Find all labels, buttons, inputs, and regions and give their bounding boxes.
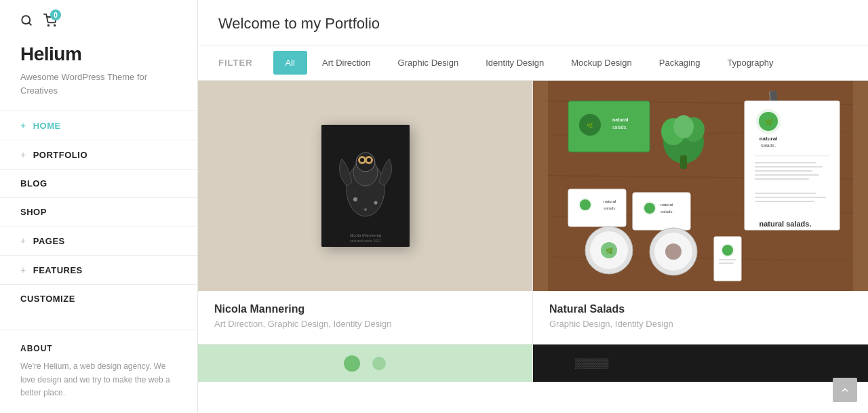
svg-point-3 xyxy=(54,25,56,26)
svg-text:natural: natural xyxy=(660,203,673,207)
svg-point-13 xyxy=(374,201,377,205)
main-header: Welcome to my Portfolio xyxy=(198,0,868,45)
svg-point-54 xyxy=(580,199,591,210)
svg-rect-44 xyxy=(755,197,826,198)
svg-rect-39 xyxy=(755,166,823,168)
svg-rect-52 xyxy=(568,189,626,227)
svg-text:salads.: salads. xyxy=(604,206,616,210)
search-icon[interactable] xyxy=(20,14,33,30)
portfolio-thumb-partial-1 xyxy=(198,345,532,382)
sidebar-item-label-customize: CUSTOMIZE xyxy=(20,294,75,304)
sidebar-item-portfolio[interactable]: + PORTFOLIO xyxy=(0,140,197,169)
sidebar-top-icons: 0 xyxy=(0,14,197,43)
cart-badge: 0 xyxy=(50,9,61,20)
filter-label: FILTER xyxy=(218,45,267,80)
svg-rect-40 xyxy=(755,170,812,172)
portfolio-item-partial-2[interactable]: ▒▒▒▒▒ xyxy=(533,345,868,382)
sidebar-item-features[interactable]: + FEATURES xyxy=(0,255,197,284)
filter-btn-all[interactable]: All xyxy=(273,51,307,75)
svg-text:natural: natural xyxy=(604,199,616,203)
svg-point-71 xyxy=(722,245,733,256)
svg-rect-74 xyxy=(332,350,399,377)
sidebar-logo: Helium xyxy=(0,43,197,71)
sidebar-item-customize[interactable]: CUSTOMIZE xyxy=(0,284,197,313)
filter-btn-graphic-design[interactable]: Graphic Design xyxy=(386,51,471,75)
svg-point-2 xyxy=(48,25,50,26)
sidebar-item-home[interactable]: + HOME xyxy=(0,111,197,140)
svg-text:natural salads.: natural salads. xyxy=(759,220,811,228)
sidebar-item-label-home: HOME xyxy=(33,121,61,131)
about-title: ABOUT xyxy=(20,344,177,353)
portfolio-thumb-nicola: Nicola Mannering selected works 2021 xyxy=(198,81,532,291)
portfolio-name-nicola: Nicola Mannering xyxy=(214,303,516,315)
svg-rect-37 xyxy=(755,155,829,157)
svg-rect-72 xyxy=(719,259,736,260)
svg-text:▒▒▒▒▒: ▒▒▒▒▒ xyxy=(575,357,609,369)
portfolio-thumb-natural-salads: 🌿 natural salads. 🌿 natural salads. xyxy=(533,81,868,291)
svg-rect-45 xyxy=(755,201,814,202)
sidebar-item-blog[interactable]: BLOG xyxy=(0,169,197,197)
portfolio-item-nicola[interactable]: Nicola Mannering selected works 2021 Nic… xyxy=(198,81,533,345)
svg-text:selected works 2021: selected works 2021 xyxy=(350,239,381,243)
plus-icon-features: + xyxy=(20,264,26,275)
chevron-up-icon xyxy=(840,385,850,395)
logo-text: Helium xyxy=(20,43,177,65)
sidebar-item-label-blog: BLOG xyxy=(20,178,47,189)
svg-point-12 xyxy=(353,197,357,201)
scroll-to-top-button[interactable] xyxy=(833,378,857,402)
sidebar-about: ABOUT We're Helium, a web design agency.… xyxy=(0,330,197,413)
filter-btn-packaging[interactable]: Packaging xyxy=(647,51,713,75)
svg-text:🌿: 🌿 xyxy=(606,247,614,255)
svg-point-11 xyxy=(367,158,371,162)
portfolio-grid: Nicola Mannering selected works 2021 Nic… xyxy=(198,81,868,382)
svg-rect-38 xyxy=(755,162,816,163)
svg-line-1 xyxy=(28,22,31,24)
portfolio-name-natural-salads: Natural Salads xyxy=(549,303,852,315)
svg-point-14 xyxy=(364,208,367,211)
portfolio-tags-natural-salads: Graphic Design, Identity Design xyxy=(549,319,852,329)
svg-point-50 xyxy=(673,115,694,138)
svg-text:salads.: salads. xyxy=(660,210,673,214)
sidebar-item-shop[interactable]: SHOP xyxy=(0,197,197,226)
sidebar-item-label-features: FEATURES xyxy=(33,265,83,275)
about-text: We're Helium, a web design agency. We lo… xyxy=(20,360,177,399)
sidebar-item-label-shop: SHOP xyxy=(20,207,47,217)
portfolio-item-partial-1[interactable] xyxy=(198,345,533,382)
plus-icon-pages: + xyxy=(20,235,26,246)
svg-text:natural: natural xyxy=(612,117,628,122)
svg-point-76 xyxy=(372,357,386,370)
svg-rect-69 xyxy=(714,237,741,281)
svg-text:salads.: salads. xyxy=(761,143,776,148)
portfolio-info-natural-salads: Natural Salads Graphic Design, Identity … xyxy=(533,291,868,344)
cart-icon[interactable]: 0 xyxy=(43,14,57,30)
main-content: Welcome to my Portfolio FILTER All Art D… xyxy=(198,0,868,413)
svg-text:Nicola Mannering: Nicola Mannering xyxy=(349,233,381,237)
svg-point-75 xyxy=(344,355,360,372)
svg-rect-73 xyxy=(719,262,734,264)
svg-point-59 xyxy=(644,203,655,214)
portfolio-item-natural-salads[interactable]: 🌿 natural salads. 🌿 natural salads. xyxy=(533,81,868,345)
portfolio-tags-nicola: Art Direction, Graphic Design, Identity … xyxy=(214,319,516,329)
sidebar-item-pages[interactable]: + PAGES xyxy=(0,226,197,255)
filter-bar: FILTER All Art Direction Graphic Design … xyxy=(198,45,868,81)
svg-text:🌿: 🌿 xyxy=(587,122,593,129)
filter-btn-mockup-design[interactable]: Mockup Design xyxy=(559,51,644,75)
plus-icon-portfolio: + xyxy=(20,149,26,160)
sidebar: 0 Helium Awesome WordPress Theme for Cre… xyxy=(0,0,198,413)
sidebar-item-label-portfolio: PORTFOLIO xyxy=(33,150,87,160)
filter-btn-typography[interactable]: Typography xyxy=(715,51,785,75)
filter-btn-identity-design[interactable]: Identity Design xyxy=(473,51,556,75)
svg-rect-51 xyxy=(680,155,687,169)
svg-rect-43 xyxy=(755,193,816,194)
sidebar-nav: + HOME + PORTFOLIO BLOG SHOP + PAGES + F… xyxy=(0,111,197,330)
sidebar-tagline: Awesome WordPress Theme for Creatives xyxy=(0,71,197,111)
portfolio-thumb-partial-2: ▒▒▒▒▒ xyxy=(533,345,868,382)
svg-point-68 xyxy=(665,243,682,260)
page-title: Welcome to my Portfolio xyxy=(218,15,848,33)
svg-text:salads.: salads. xyxy=(612,125,627,130)
book-cover: Nicola Mannering selected works 2021 xyxy=(321,125,410,247)
filter-btn-art-direction[interactable]: Art Direction xyxy=(310,51,383,75)
svg-text:🌿: 🌿 xyxy=(765,118,773,126)
sidebar-item-label-pages: PAGES xyxy=(33,236,65,246)
svg-rect-42 xyxy=(755,178,809,180)
